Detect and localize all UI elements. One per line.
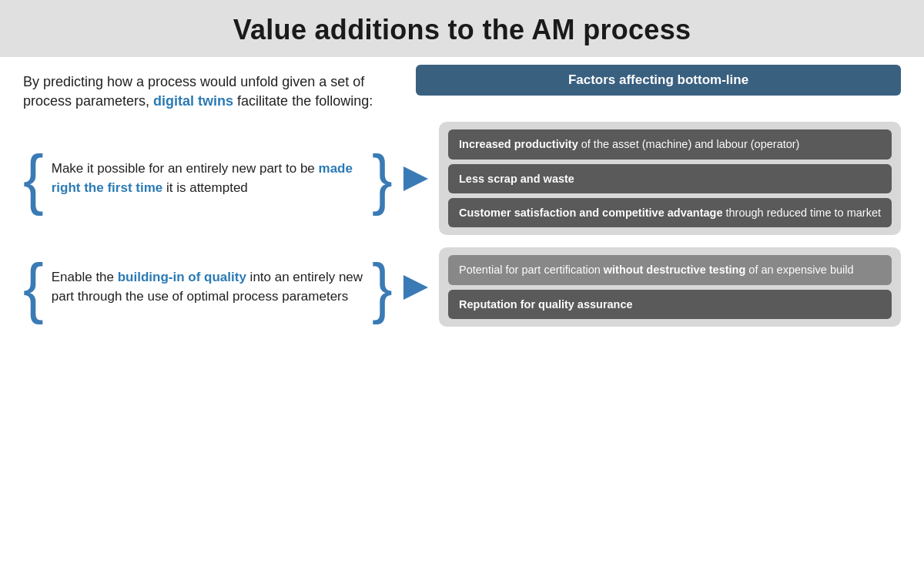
page-header: Value additions to the AM process (0, 0, 924, 57)
row1-factors-box: Increased productivity of the asset (mac… (439, 122, 901, 235)
page-title: Value additions to the AM process (15, 14, 909, 46)
factor-cert-normal2: of an expensive build (745, 264, 853, 276)
row1-right: Increased productivity of the asset (mac… (439, 122, 901, 235)
factor-customer-bold: Customer satisfaction and competitive ad… (459, 207, 722, 219)
arrow-2-icon (403, 275, 428, 300)
factor-cert-normal: Potential for part certification (459, 264, 604, 276)
factor-customer-normal: through reduced time to market (722, 207, 881, 219)
rows-container: { Make it possible for an entirely new p… (23, 122, 901, 326)
arrow-icon (403, 166, 428, 191)
factors-header: Factors affecting bottom-line (416, 65, 901, 96)
row2-brace-text: { Enable the building-in of quality into… (23, 257, 393, 318)
row2-arrow (393, 275, 439, 300)
row1-left: { Make it possible for an entirely new p… (23, 148, 393, 210)
brace-right-icon: } (372, 145, 393, 213)
row2-right: Potential for part certification without… (439, 247, 901, 327)
factor-certification: Potential for part certification without… (448, 255, 892, 284)
factor-reputation: Reputation for quality assurance (448, 290, 892, 319)
intro-left: By predicting how a process would unfold… (23, 65, 393, 119)
brace-right-2-icon: } (372, 254, 393, 321)
factor-scrap-bold: Less scrap and waste (459, 173, 574, 185)
row1-text-before: Make it possible for an entirely new par… (52, 161, 319, 176)
factor-productivity-normal: of the asset (machine) and labour (opera… (578, 138, 800, 150)
factor-productivity: Increased productivity of the asset (mac… (448, 129, 892, 159)
factor-customer: Customer satisfaction and competitive ad… (448, 198, 892, 227)
factor-cert-bold: without destructive testing (604, 264, 746, 276)
row2-highlight: building-in of quality (118, 270, 246, 284)
row2-text: Enable the building-in of quality into a… (52, 264, 365, 311)
brace-left-2-icon: { (23, 254, 44, 321)
factor-productivity-bold: Increased productivity (459, 138, 578, 150)
row2-text-before: Enable the (52, 270, 118, 284)
factor-scrap: Less scrap and waste (448, 164, 892, 193)
row-2: { Enable the building-in of quality into… (23, 247, 901, 327)
intro-text: By predicting how a process would unfold… (23, 72, 393, 111)
intro-text-after: facilitate the following: (233, 93, 373, 109)
intro-row: By predicting how a process would unfold… (23, 65, 901, 119)
main-content: By predicting how a process would unfold… (0, 57, 924, 334)
brace-left-icon: { (23, 145, 44, 213)
intro-right: Factors affecting bottom-line (416, 65, 901, 99)
row1-arrow (393, 166, 439, 191)
factor-reputation-bold: Reputation for quality assurance (459, 298, 633, 311)
row1-brace-text: { Make it possible for an entirely new p… (23, 148, 393, 210)
row1-text-after: it is attempted (162, 180, 248, 195)
row2-left: { Enable the building-in of quality into… (23, 257, 393, 318)
row1-text: Make it possible for an entirely new par… (52, 155, 365, 202)
row2-factors-box: Potential for part certification without… (439, 247, 901, 327)
intro-highlight: digital twins (153, 93, 233, 109)
row-1: { Make it possible for an entirely new p… (23, 122, 901, 235)
